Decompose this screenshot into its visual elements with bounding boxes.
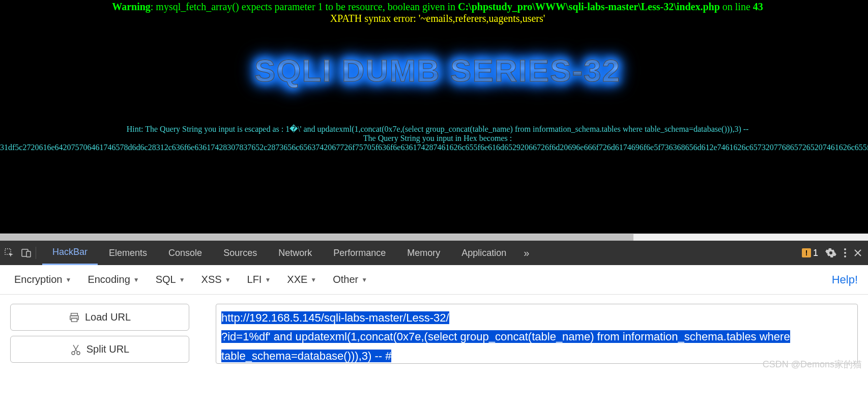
tab-hackbar[interactable]: HackBar xyxy=(42,241,98,265)
warning-icon: ! xyxy=(802,248,811,257)
warning-label: Warning xyxy=(112,1,151,12)
url-line-2: ?id=1%df' and updatexml(1,concat(0x7e,(s… xyxy=(221,330,790,362)
warning-count: 1 xyxy=(813,248,818,258)
scissors-icon xyxy=(70,344,81,355)
warning-line-number: 43 xyxy=(753,1,763,12)
warning-message: : mysql_fetch_array() expects parameter … xyxy=(151,1,458,12)
load-url-label: Load URL xyxy=(85,311,131,323)
tab-elements[interactable]: Elements xyxy=(99,241,157,265)
menu-encryption-label: Encryption xyxy=(14,274,63,285)
svg-point-4 xyxy=(844,252,846,254)
split-url-button[interactable]: Split URL xyxy=(10,336,189,363)
hint-line-2: The Query String you input in Hex become… xyxy=(0,134,868,143)
chevron-down-icon: ▼ xyxy=(133,276,139,283)
page-title-logo: SQLI DUMB SERIES-32 xyxy=(254,52,621,89)
tab-network[interactable]: Network xyxy=(268,241,322,265)
chevron-down-icon: ▼ xyxy=(310,276,316,283)
menu-encoding[interactable]: Encoding ▼ xyxy=(79,270,147,290)
device-toolbar-icon[interactable] xyxy=(21,248,32,258)
chevron-down-icon: ▼ xyxy=(179,276,185,283)
menu-xss-label: XSS xyxy=(201,274,222,285)
svg-rect-6 xyxy=(71,313,78,315)
hint-line-1: Hint: The Query String you input is esca… xyxy=(0,124,868,134)
menu-xxe[interactable]: XXE ▼ xyxy=(279,270,325,290)
url-textarea[interactable]: http://192.168.5.145/sqli-labs-master/Le… xyxy=(216,304,858,364)
chevron-down-icon: ▼ xyxy=(66,276,72,283)
tab-performance[interactable]: Performance xyxy=(323,241,396,265)
menu-sql[interactable]: SQL ▼ xyxy=(148,270,193,290)
menu-lfi-label: LFI xyxy=(247,274,262,285)
warnings-indicator[interactable]: ! 1 xyxy=(802,248,818,258)
menu-other[interactable]: Other ▼ xyxy=(325,270,375,290)
hackbar-body: Load URL Split URL http://192.168.5.145/… xyxy=(0,295,868,364)
warning-online-label: on line xyxy=(720,1,753,12)
devtools-header: HackBar Elements Console Sources Network… xyxy=(0,241,868,265)
menu-lfi[interactable]: LFI ▼ xyxy=(239,270,279,290)
svg-rect-2 xyxy=(26,251,31,257)
url-line-1: http://192.168.5.145/sqli-labs-master/Le… xyxy=(221,311,449,324)
hint-hex-string: 31df5c2720616e642075706461746578d6d6c283… xyxy=(0,143,868,152)
printer-icon xyxy=(69,312,80,323)
tab-sources[interactable]: Sources xyxy=(213,241,267,265)
chevron-down-icon: ▼ xyxy=(265,276,271,283)
hint-section: Hint: The Query String you input is esca… xyxy=(0,99,868,152)
menu-sql-label: SQL xyxy=(156,274,176,285)
svg-point-5 xyxy=(844,255,846,257)
inspect-icon[interactable] xyxy=(4,248,14,258)
warning-path: C:\phpstudy_pro\WWW\sqli-labs-master\Les… xyxy=(458,1,720,12)
chevron-down-icon: ▼ xyxy=(225,276,231,283)
menu-icon[interactable] xyxy=(844,247,847,258)
tab-application[interactable]: Application xyxy=(451,241,516,265)
settings-icon[interactable] xyxy=(825,247,836,258)
devtools-tabs: HackBar Elements Console Sources Network… xyxy=(42,241,802,265)
chevron-down-icon: ▼ xyxy=(361,276,367,283)
logo-area: SQLI DUMB SERIES-32 xyxy=(0,24,868,99)
menu-xss[interactable]: XSS ▼ xyxy=(193,270,239,290)
menu-encryption[interactable]: Encryption ▼ xyxy=(6,270,79,290)
menu-xxe-label: XXE xyxy=(287,274,307,285)
xpath-error-text: XPATH syntax error: '~emails,referers,ua… xyxy=(0,13,868,24)
hackbar-button-column: Load URL Split URL xyxy=(10,304,189,364)
tab-console[interactable]: Console xyxy=(158,241,212,265)
menu-encoding-label: Encoding xyxy=(88,274,130,285)
split-url-label: Split URL xyxy=(86,343,129,355)
hackbar-toolbar: Encryption ▼ Encoding ▼ SQL ▼ XSS ▼ LFI … xyxy=(0,265,868,295)
close-icon[interactable] xyxy=(854,249,862,257)
scrollbar-thumb[interactable] xyxy=(0,234,633,241)
help-link[interactable]: Help! xyxy=(832,273,862,286)
svg-rect-8 xyxy=(71,318,77,321)
tabs-overflow-icon[interactable]: » xyxy=(517,247,535,259)
page-content-area: Warning: mysql_fetch_array() expects par… xyxy=(0,0,868,234)
php-warning-line: Warning: mysql_fetch_array() expects par… xyxy=(0,0,868,13)
tab-memory[interactable]: Memory xyxy=(397,241,450,265)
horizontal-scrollbar[interactable] xyxy=(0,234,868,241)
svg-point-3 xyxy=(844,248,846,250)
menu-other-label: Other xyxy=(333,274,358,285)
load-url-button[interactable]: Load URL xyxy=(10,304,189,331)
